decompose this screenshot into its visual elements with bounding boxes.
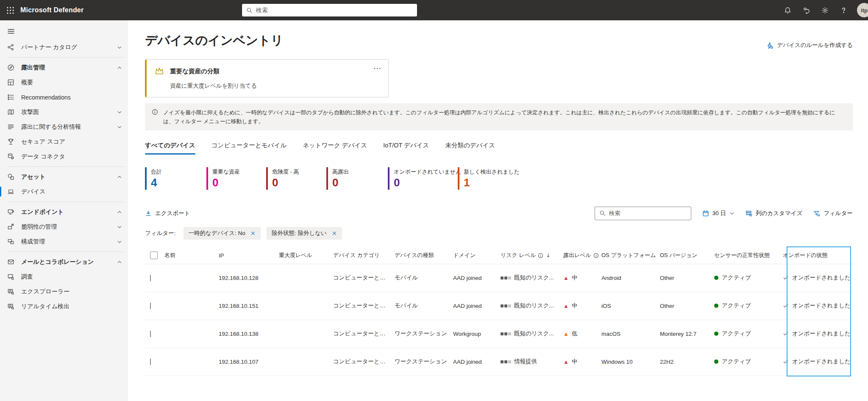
filter-button[interactable]: フィルター [813, 210, 853, 217]
sidebar-item-partner-catalog[interactable]: パートナー カタログ [0, 40, 128, 55]
app-launcher-button[interactable] [0, 0, 20, 20]
page-title: デバイスのインベントリ [145, 32, 283, 49]
sidebar-item-secure-score[interactable]: セキュア スコア [0, 134, 128, 149]
create-device-rule-label: デバイスのルールを作成する [777, 41, 853, 49]
counter: 合計4 [145, 167, 206, 190]
avatar[interactable]: itp [857, 3, 868, 17]
column-header-category[interactable]: デバイス カテゴリ [333, 252, 395, 259]
tab-item[interactable]: コンピューターとモバイル [211, 141, 287, 155]
sidebar-item-exposure-insights[interactable]: 露出に関する分析情報 [0, 119, 128, 134]
sidebar-divider [7, 166, 124, 167]
overview-icon [7, 79, 15, 86]
select-all-checkbox[interactable] [150, 252, 158, 259]
columns-gear-icon [746, 210, 752, 217]
global-search[interactable] [242, 3, 417, 17]
settings-button[interactable] [815, 0, 834, 20]
sidebar-item-exposure-management[interactable]: 露出管理 [0, 60, 128, 75]
column-header-sensor_health[interactable]: センサーの正常性状態 [714, 252, 783, 259]
help-button[interactable] [834, 0, 853, 20]
sidebar-item-realtime-detection[interactable]: リアルタイム検出 [0, 299, 128, 314]
feedback-button[interactable] [797, 0, 815, 20]
warning-triangle-icon: ▲ [563, 303, 569, 309]
sidebar-item-attack-surface[interactable]: 攻撃面 [0, 105, 128, 119]
endpoints-icon [7, 208, 15, 216]
remove-filter-icon[interactable] [250, 231, 256, 236]
sort-down-icon[interactable] [545, 253, 551, 258]
date-range-dropdown[interactable]: 30 日 [702, 210, 734, 217]
sidebar-item-overview[interactable]: 概要 [0, 75, 128, 90]
exposure-insights-icon [7, 123, 15, 131]
column-header-label: センサーの正常性状態 [714, 252, 770, 259]
column-header-os_version[interactable]: OS バージョン [660, 252, 714, 259]
counter: 高露出0 [326, 167, 388, 190]
cell-checkbox [145, 303, 164, 309]
table-row[interactable]: 192.168.10.151コンピューターとモバイルモバイルAAD joined… [145, 292, 853, 320]
warning-triangle-icon: ▲ [563, 275, 569, 281]
sidebar-item-data-connectors[interactable]: データ コネクタ [0, 149, 128, 164]
cell-sensor-health: アクティブ [714, 358, 783, 365]
remove-filter-icon[interactable] [332, 231, 337, 236]
chevron-down-icon [117, 224, 122, 230]
column-header-label: OS バージョン [660, 252, 698, 259]
tab-item[interactable]: ネットワーク デバイス [303, 141, 367, 155]
sidebar-item-endpoints[interactable]: エンドポイント [0, 205, 128, 219]
table-search-input[interactable] [609, 210, 687, 216]
warning-triangle-icon: ▲ [563, 359, 569, 365]
active-filters-bar: フィルター: 一時的なデバイス: No除外状態: 除外しない [145, 227, 853, 240]
sidebar-item-devices[interactable]: デバイス [0, 184, 128, 199]
column-header-label: オンボードの状態 [783, 252, 828, 259]
crown-icon [154, 66, 164, 76]
sidebar-collapse-button[interactable] [0, 25, 128, 38]
cell-exposure-level: ▲中 [563, 274, 601, 282]
sidebar-item-investigation[interactable]: 調査 [0, 269, 128, 284]
tab-active[interactable]: すべてのデバイス [145, 141, 195, 155]
column-header-label: IP [219, 252, 224, 259]
exposure-management-icon [7, 64, 15, 72]
table-row[interactable]: 192.168.10.128コンピューターとモバイルモバイルAAD joined… [145, 264, 853, 292]
sidebar-item-explorer[interactable]: エクスプローラー [0, 284, 128, 299]
column-header-onboarding[interactable]: オンボードの状態 [783, 252, 850, 259]
card-more-button[interactable]: … [373, 61, 382, 71]
chevron-up-icon [117, 174, 122, 180]
sidebar-item-recommendations[interactable]: Recommendations [0, 90, 128, 105]
sidebar-nav: パートナー カタログ露出管理概要Recommendations攻撃面露出に関する… [0, 40, 128, 314]
table-row[interactable]: 192.168.10.138コンピューターとモバイルワークステーションWorkg… [145, 320, 853, 348]
sidebar-item-label: データ コネクタ [21, 153, 122, 160]
table-search[interactable] [595, 207, 691, 220]
sidebar-item-configuration-management[interactable]: 構成管理 [0, 234, 128, 249]
column-header-risk[interactable]: リスク レベル [501, 252, 563, 259]
customize-columns-button[interactable]: 列のカスタマイズ [746, 210, 802, 217]
sidebar-item-vulnerability-management[interactable]: 脆弱性の管理 [0, 219, 128, 234]
tab-item[interactable]: IoT/OT デバイス [383, 141, 429, 155]
column-header-domain[interactable]: ドメイン [453, 252, 501, 259]
row-checkbox[interactable] [150, 331, 151, 337]
sidebar-item-label: リアルタイム検出 [21, 303, 122, 310]
column-header-name[interactable]: 名前 [164, 252, 219, 259]
table-row[interactable]: 192.168.10.107コンピューターとモバイルワークステーションAAD j… [145, 348, 853, 376]
row-checkbox[interactable] [150, 275, 151, 281]
column-header-os_platform[interactable]: OS プラットフォーム [601, 252, 660, 259]
notifications-button[interactable] [778, 0, 797, 20]
row-checkbox[interactable] [150, 359, 151, 365]
tab-item[interactable]: 未分類のデバイス [445, 141, 495, 155]
column-header-checkbox[interactable] [145, 252, 164, 259]
create-device-rule-button[interactable]: デバイスのルールを作成する [766, 41, 853, 49]
global-search-input[interactable] [256, 7, 413, 14]
check-icon [783, 303, 789, 309]
column-header-ip[interactable]: IP [219, 252, 279, 259]
sidebar-item-assets[interactable]: アセット [0, 169, 128, 184]
export-button[interactable]: エクスポート [145, 210, 190, 217]
cell-onboarding-status: オンボードされました [783, 330, 850, 337]
assets-icon [7, 173, 15, 181]
email-collaboration-icon [7, 258, 15, 266]
chevron-down-icon [117, 239, 122, 244]
cell-category: コンピューターとモバイル [333, 302, 395, 310]
column-header-type[interactable]: デバイスの種類 [395, 252, 453, 259]
filter-chip-label: 一時的なデバイス: No [189, 230, 245, 237]
column-header-exposure[interactable]: 露出レベル [563, 252, 601, 259]
sidebar-item-email-collaboration[interactable]: メールとコラボレーション [0, 254, 128, 269]
check-icon [783, 331, 789, 337]
row-checkbox[interactable] [150, 303, 151, 309]
onboarding-status-label: オンボードされました [792, 274, 850, 282]
cell-type: モバイル [395, 274, 453, 282]
